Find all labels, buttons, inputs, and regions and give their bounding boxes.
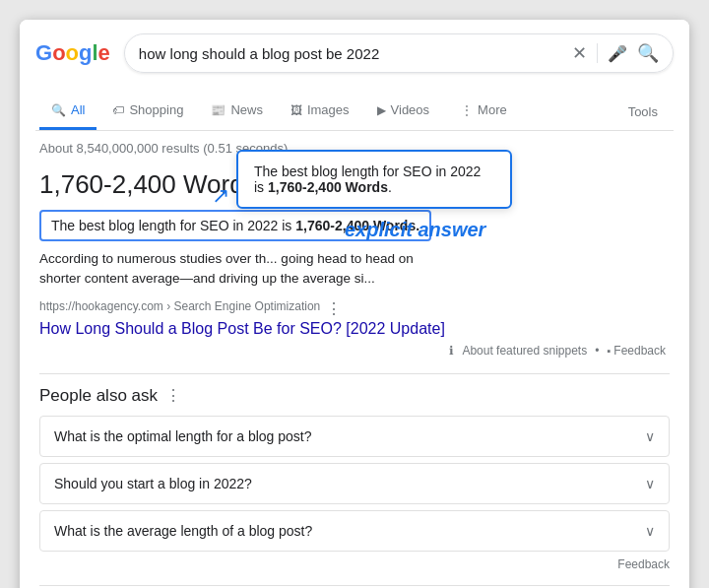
more-dots-icon: ⋮ [461, 103, 473, 117]
snippet-url: https://hookagency.com › Search Engine O… [39, 299, 320, 313]
snippet-url-menu-icon[interactable]: ⋮ [326, 299, 342, 318]
header: Google how long should a blog post be 20… [20, 20, 689, 131]
paa-chevron-1-icon: ∨ [645, 476, 655, 491]
content-area: About 8,540,000,000 results (0.51 second… [20, 131, 689, 588]
search-icon[interactable]: 🔍 [637, 42, 659, 64]
callout-text: The best blog length for SEO in 2022 is … [254, 163, 481, 195]
about-featured-snippets-icon: ℹ [449, 344, 454, 358]
paa-feedback-label[interactable]: Feedback [617, 557, 670, 571]
tab-more[interactable]: ⋮ More [449, 93, 519, 130]
tab-videos[interactable]: ▶ Videos [365, 93, 442, 130]
tab-images[interactable]: 🖼 Images [279, 93, 361, 130]
snippet-footer: ℹ About featured snippets • ▪ Feedback [39, 344, 670, 358]
news-icon: 📰 [211, 103, 226, 117]
paa-question-0: What is the optimal length for a blog po… [54, 428, 311, 444]
paa-question-1: Should you start a blog in 2022? [54, 476, 252, 491]
tab-news[interactable]: 📰 News [199, 93, 275, 130]
tab-all[interactable]: 🔍 All [39, 93, 97, 130]
feedback-label[interactable]: Feedback [613, 344, 666, 358]
divider-line [39, 373, 670, 374]
all-icon: 🔍 [51, 103, 66, 117]
people-also-ask-section: People also ask ⋮ What is the optimal le… [39, 386, 670, 571]
search-input[interactable]: how long should a blog post be 2022 [139, 45, 572, 62]
paa-heading: People also ask [39, 386, 158, 406]
images-icon: 🖼 [290, 103, 302, 117]
paa-chevron-2-icon: ∨ [645, 523, 655, 539]
paa-chevron-0-icon: ∨ [645, 428, 655, 444]
about-featured-snippets-label[interactable]: About featured snippets [462, 344, 587, 358]
search-box[interactable]: how long should a blog post be 2022 ✕ 🎤 … [124, 33, 674, 73]
divider [597, 43, 598, 63]
tools-button[interactable]: Tools [616, 95, 670, 129]
snippet-result-link[interactable]: How Long Should a Blog Post Be for SEO? … [39, 320, 670, 338]
featured-snippet: 1,760-2,400 Words The best blog length f… [39, 169, 670, 358]
callout-arrow-icon: ↗ [212, 183, 229, 209]
google-logo: Google [35, 40, 110, 66]
callout-box: The best blog length for SEO in 2022 is … [236, 150, 512, 209]
paa-question-2: What is the average length of a blog pos… [54, 523, 312, 539]
explicit-answer-label: explicit answer [345, 219, 485, 241]
videos-icon: ▶ [377, 103, 386, 117]
clear-icon[interactable]: ✕ [572, 42, 587, 64]
shopping-icon: 🏷 [112, 103, 124, 117]
paa-item-0[interactable]: What is the optimal length for a blog po… [39, 416, 670, 457]
nav-tabs: 🔍 All 🏷 Shopping 📰 News 🖼 Images ▶ Video… [35, 93, 674, 131]
divider-line-2 [39, 585, 670, 586]
paa-item-1[interactable]: Should you start a blog in 2022? ∨ [39, 463, 670, 504]
paa-menu-icon[interactable]: ⋮ [165, 386, 181, 405]
browser-window: Google how long should a blog post be 20… [20, 20, 689, 588]
microphone-icon[interactable]: 🎤 [608, 44, 627, 63]
tab-shopping[interactable]: 🏷 Shopping [100, 93, 195, 130]
feedback-icon: ▪ [607, 345, 611, 357]
snippet-body-text: According to numerous studies over th...… [39, 249, 414, 290]
paa-item-2[interactable]: What is the average length of a blog pos… [39, 510, 670, 552]
